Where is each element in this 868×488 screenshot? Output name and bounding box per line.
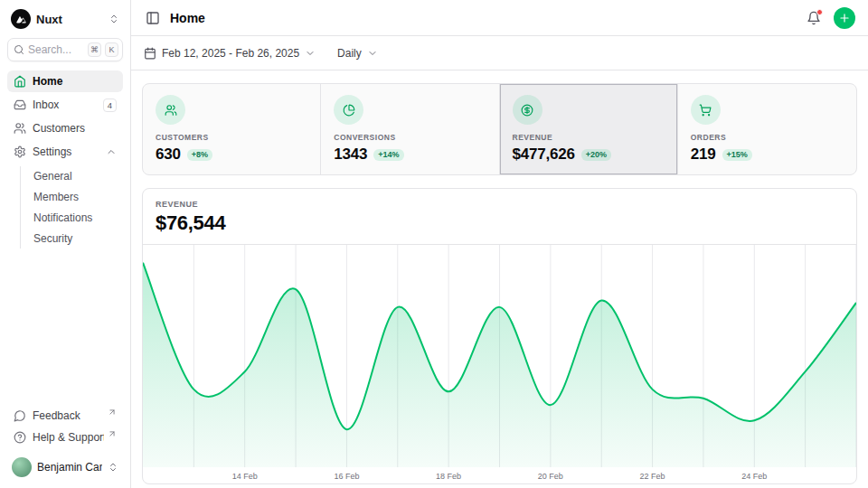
sub-item-label: General — [33, 170, 72, 183]
sidebar-item-security[interactable]: Security — [28, 229, 123, 249]
inbox-icon — [14, 99, 26, 111]
period-label: Daily — [337, 47, 362, 60]
svg-text:20 Feb: 20 Feb — [538, 472, 563, 481]
sidebar-item-inbox[interactable]: Inbox 4 — [7, 94, 123, 116]
chart-pie-icon — [343, 104, 355, 117]
user-menu[interactable]: Benjamin Canac — [7, 454, 123, 481]
chevron-down-icon — [305, 48, 316, 59]
chart-current-value: $76,544 — [156, 211, 844, 235]
date-range-label: Feb 12, 2025 - Feb 26, 2025 — [162, 47, 299, 60]
sidebar-nav: Home Inbox 4 Customers Settings General … — [7, 70, 123, 250]
notifications-button[interactable] — [805, 9, 823, 27]
topbar: Home — [131, 0, 868, 36]
notification-dot — [816, 9, 823, 15]
chevrons-up-down-icon — [108, 14, 119, 24]
stat-card-orders[interactable]: ORDERS 219 +15% — [678, 84, 856, 174]
stat-icon-circle — [691, 95, 721, 125]
stat-value: 630 — [156, 145, 181, 164]
sidebar-item-help-support[interactable]: Help & Support — [7, 427, 123, 448]
svg-text:16 Feb: 16 Feb — [334, 472, 359, 481]
sidebar-item-label: Inbox — [33, 99, 97, 111]
chevron-down-icon — [367, 48, 378, 59]
sidebar: Nuxt ⌘ K Home Inbox 4 Customers Settings… — [0, 0, 131, 488]
sidebar-item-home[interactable]: Home — [7, 70, 123, 92]
topbar-actions — [805, 7, 855, 29]
chart-title: REVENUE — [156, 200, 844, 209]
stat-value: 219 — [691, 145, 716, 164]
main-area: Home Feb 12, 2025 - Feb 26, 2025 Daily — [131, 0, 868, 488]
gear-icon — [14, 145, 26, 158]
delta-badge: +14% — [373, 149, 403, 161]
delta-badge: +20% — [581, 149, 611, 161]
stat-card-conversions[interactable]: CONVERSIONS 1343 +14% — [321, 84, 499, 174]
plus-icon — [838, 12, 851, 24]
stats-grid: CUSTOMERS 630 +8% CONVERSIONS 1343 +14% — [142, 83, 857, 175]
nuxt-logo — [11, 9, 31, 29]
calendar-icon — [144, 47, 156, 60]
message-circle-icon — [14, 409, 26, 422]
stat-icon-circle — [156, 95, 185, 125]
chevron-up-icon — [106, 146, 117, 157]
sidebar-item-feedback[interactable]: Feedback — [7, 405, 123, 427]
page-title: Home — [170, 11, 205, 25]
circle-dollar-icon — [521, 104, 533, 117]
sidebar-item-label: Settings — [33, 145, 99, 158]
sub-item-label: Security — [33, 232, 72, 245]
stat-label: CUSTOMERS — [156, 133, 307, 142]
stat-icon-circle — [334, 95, 363, 125]
sidebar-item-label: Help & Support — [33, 431, 104, 444]
inbox-count-badge: 4 — [103, 99, 117, 112]
stat-card-revenue[interactable]: REVENUE $477,626 +20% — [500, 84, 678, 174]
settings-subnav: General Members Notifications Security — [20, 166, 123, 249]
period-select[interactable]: Daily — [337, 47, 378, 60]
stat-label: CONVERSIONS — [334, 133, 486, 142]
delta-badge: +15% — [722, 149, 752, 161]
kbd-k: K — [105, 42, 118, 57]
sidebar-item-settings[interactable]: Settings — [7, 141, 123, 163]
stat-label: ORDERS — [691, 133, 844, 142]
kbd-cmd: ⌘ — [88, 42, 101, 57]
revenue-chart[interactable]: 14 Feb16 Feb18 Feb20 Feb22 Feb24 Feb — [143, 245, 856, 483]
external-link-icon — [108, 429, 117, 438]
svg-text:24 Feb: 24 Feb — [741, 472, 767, 481]
stat-card-customers[interactable]: CUSTOMERS 630 +8% — [143, 84, 321, 174]
workspace-selector[interactable]: Nuxt — [7, 9, 123, 29]
svg-text:18 Feb: 18 Feb — [436, 472, 461, 481]
panel-left-icon — [146, 11, 160, 25]
sidebar-item-customers[interactable]: Customers — [7, 117, 123, 139]
delta-badge: +8% — [187, 149, 212, 161]
stat-label: REVENUE — [513, 133, 665, 142]
sidebar-item-members[interactable]: Members — [28, 187, 123, 207]
search-box[interactable]: ⌘ K — [7, 38, 123, 61]
sidebar-item-label: Home — [33, 75, 117, 88]
search-input[interactable] — [28, 43, 84, 56]
dashboard-content: CUSTOMERS 630 +8% CONVERSIONS 1343 +14% — [131, 70, 868, 488]
sidebar-item-notifications[interactable]: Notifications — [28, 208, 123, 228]
avatar — [12, 457, 32, 477]
users-icon — [165, 104, 177, 117]
sub-item-label: Notifications — [33, 211, 92, 224]
search-icon — [14, 44, 24, 55]
users-icon — [14, 122, 26, 135]
chevrons-up-down-icon — [108, 462, 118, 473]
sidebar-item-label: Customers — [33, 122, 117, 135]
stat-icon-circle — [513, 95, 542, 125]
shopping-cart-icon — [699, 104, 712, 117]
stat-value: $477,626 — [513, 145, 575, 164]
sidebar-item-label: Feedback — [33, 409, 104, 422]
sidebar-spacer — [7, 250, 123, 405]
add-button[interactable] — [834, 7, 855, 29]
sidebar-toggle-button[interactable] — [144, 9, 162, 27]
help-circle-icon — [14, 431, 26, 444]
external-link-icon — [108, 408, 117, 417]
date-range-button[interactable]: Feb 12, 2025 - Feb 26, 2025 — [144, 47, 316, 60]
stat-value: 1343 — [334, 145, 367, 164]
home-icon — [14, 75, 26, 88]
sidebar-item-general[interactable]: General — [28, 166, 123, 186]
brand-name: Nuxt — [36, 13, 103, 26]
revenue-chart-card: REVENUE $76,544 14 Feb16 Feb18 Feb20 Feb… — [142, 188, 857, 484]
filters-toolbar: Feb 12, 2025 - Feb 26, 2025 Daily — [131, 36, 868, 70]
chart-header: REVENUE $76,544 — [143, 189, 856, 245]
svg-text:14 Feb: 14 Feb — [232, 472, 258, 481]
svg-text:22 Feb: 22 Feb — [640, 472, 665, 481]
